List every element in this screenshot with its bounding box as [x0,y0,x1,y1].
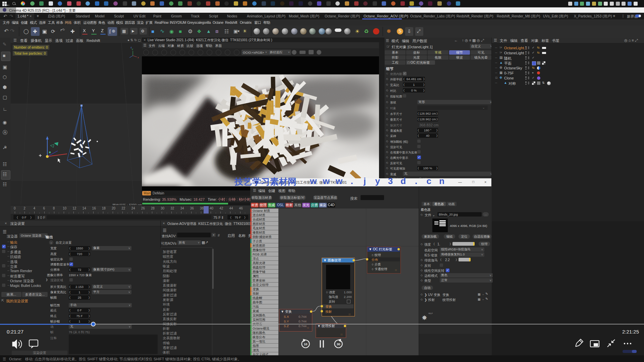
svg-text:x: x [138,56,139,59]
svg-text:z: z [130,46,132,49]
